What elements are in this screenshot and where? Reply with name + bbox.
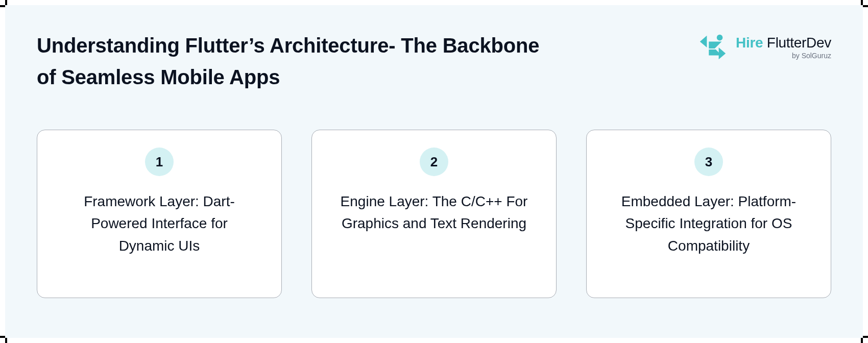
diagram-canvas: Understanding Flutter’s Architecture- Th… <box>5 5 863 338</box>
brand-name-light: FlutterDev <box>767 35 831 51</box>
card-text: Engine Layer: The C/C++ For Graphics and… <box>337 190 531 235</box>
card-number-badge: 3 <box>694 148 723 176</box>
card-number-badge: 1 <box>145 148 174 176</box>
brand-logo-icon <box>697 32 729 63</box>
brand-name-bold: Hire <box>736 35 763 51</box>
header-row: Understanding Flutter’s Architecture- Th… <box>37 30 831 93</box>
cards-row: 1 Framework Layer: Dart-Powered Interfac… <box>37 130 831 298</box>
brand-name: Hire FlutterDev <box>736 35 831 51</box>
card-text: Framework Layer: Dart-Powered Interface … <box>62 190 256 257</box>
brand-logo-text: Hire FlutterDev by SolGuruz <box>736 35 831 60</box>
brand-logo: Hire FlutterDev by SolGuruz <box>697 30 831 63</box>
card-text: Embedded Layer: Platform-Specific Integr… <box>612 190 806 257</box>
brand-byline: by SolGuruz <box>792 52 831 60</box>
svg-point-0 <box>717 35 723 41</box>
svg-marker-2 <box>709 41 721 48</box>
card-3: 3 Embedded Layer: Platform-Specific Inte… <box>586 130 831 298</box>
card-number-badge: 2 <box>420 148 448 176</box>
svg-marker-1 <box>700 36 707 47</box>
card-2: 2 Engine Layer: The C/C++ For Graphics a… <box>311 130 557 298</box>
card-1: 1 Framework Layer: Dart-Powered Interfac… <box>37 130 282 298</box>
page-title: Understanding Flutter’s Architecture- Th… <box>37 30 558 93</box>
svg-marker-5 <box>719 47 726 59</box>
